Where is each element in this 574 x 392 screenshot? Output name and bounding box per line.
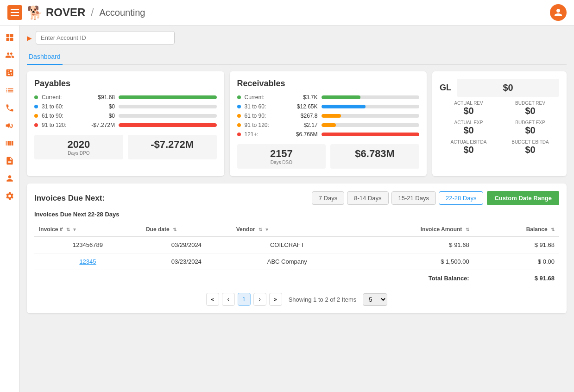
payables-91-bar <box>119 123 217 127</box>
tabs: Dashboard <box>27 49 567 65</box>
invoices-table: Invoice # ⇅ ▼ Due date ⇅ Vendor ⇅ ▼ In <box>34 222 559 286</box>
sidebar-item-barcode[interactable] <box>1 135 18 152</box>
payables-total-num: -$7.272M <box>151 139 194 151</box>
payables-31-dot <box>34 105 38 108</box>
row1-vendor: COILCRAFT <box>232 237 343 253</box>
payables-61-value: $0 <box>82 113 115 119</box>
next-page-button[interactable]: › <box>253 293 266 306</box>
payables-dpo-num: 2020 <box>67 139 90 151</box>
receivables-dso-num: 2157 <box>270 148 293 160</box>
prev-page-button[interactable]: ‹ <box>222 293 235 306</box>
payables-current-fill <box>119 95 217 99</box>
gl-budget-exp-label: BUDGET EXP <box>515 120 545 125</box>
filter-8-14-days[interactable]: 8-14 Days <box>347 191 388 205</box>
receivables-121-bar <box>322 133 420 136</box>
first-page-button[interactable]: « <box>206 293 219 306</box>
col-balance-sort-icon[interactable]: ⇅ <box>551 227 555 232</box>
gl-budget-rev-value: $0 <box>525 106 535 116</box>
row2-invoice[interactable]: 12345 <box>34 253 141 270</box>
col-vendor: Vendor ⇅ ▼ <box>232 222 343 237</box>
sidebar-item-settings[interactable] <box>1 188 18 204</box>
col-due-date-sort-icon[interactable]: ⇅ <box>173 227 177 232</box>
gl-actual-exp-value: $0 <box>463 125 473 136</box>
receivables-61-fill <box>322 114 341 118</box>
main-content: ▶ Dashboard Payables Current: $91.68 31 … <box>19 25 574 392</box>
payables-91-label: 91 to 120: <box>42 122 79 128</box>
sidebar-item-invoice[interactable] <box>1 152 18 169</box>
payables-current-value: $91.68 <box>82 94 115 101</box>
hamburger-button[interactable] <box>7 5 22 20</box>
row2-balance: $ 0.00 <box>474 253 559 270</box>
total-label: Total Balance: <box>34 270 474 287</box>
row2-amount: $ 1,500.00 <box>343 253 474 270</box>
col-invoice-filter-icon[interactable]: ▼ <box>72 227 77 232</box>
total-value: $ 91.68 <box>474 270 559 287</box>
custom-date-range-button[interactable]: Custom Date Range <box>487 191 559 205</box>
table-row: 123456789 03/29/2024 COILCRAFT $ 91.68 $… <box>34 237 559 253</box>
table-row: 12345 03/23/2024 ABC Company $ 1,500.00 … <box>34 253 559 270</box>
logo-subtitle: Accounting <box>99 7 145 18</box>
user-avatar[interactable] <box>550 4 567 21</box>
receivables-metric-current: Current: $3.7K <box>237 94 420 101</box>
col-due-date: Due date ⇅ <box>141 222 232 237</box>
gl-budget-rev: BUDGET REV $0 <box>501 101 559 116</box>
receivables-121-value: $6.766M <box>285 131 318 138</box>
sidebar-item-chart[interactable] <box>1 82 18 99</box>
payables-61-label: 61 to 90: <box>42 113 79 119</box>
filter-buttons: 7 Days 8-14 Days 15-21 Days 22-28 Days <box>312 191 484 205</box>
payables-61-dot <box>34 114 38 118</box>
sidebar-item-person[interactable] <box>1 170 18 187</box>
gl-actual-exp-label: ACTUAL EXP <box>454 120 483 125</box>
svg-rect-2 <box>6 38 9 41</box>
account-id-input[interactable] <box>36 31 175 44</box>
table-total-row: Total Balance: $ 91.68 <box>34 270 559 287</box>
sidebar-item-calculator[interactable] <box>1 64 18 81</box>
payables-dpo-box: 2020 Days DPO <box>34 135 123 159</box>
table-body: 123456789 03/29/2024 COILCRAFT $ 91.68 $… <box>34 237 559 287</box>
receivables-metric-31-60: 31 to 60: $12.65K <box>237 103 420 110</box>
col-vendor-label: Vendor <box>236 226 255 233</box>
col-balance-label: Balance <box>526 226 548 233</box>
receivables-current-fill <box>322 95 361 99</box>
receivables-current-bar <box>322 95 420 99</box>
receivables-61-dot <box>237 114 241 118</box>
row1-amount: $ 91.68 <box>343 237 474 253</box>
logo-separator: / <box>91 6 94 19</box>
account-arrow-icon[interactable]: ▶ <box>27 34 32 42</box>
gl-actual-rev-value: $0 <box>463 106 473 116</box>
gl-value-box: $0 <box>457 79 559 97</box>
payables-metric-current: Current: $91.68 <box>34 94 217 101</box>
invoices-section: Invoices Due Next: 7 Days 8-14 Days 15-2… <box>27 183 567 313</box>
per-page-select[interactable]: 5 10 25 50 <box>363 293 387 306</box>
filter-15-21-days[interactable]: 15-21 Days <box>391 191 436 205</box>
account-bar: ▶ <box>27 31 567 44</box>
receivables-card: Receivables Current: $3.7K 31 to 60: $12… <box>230 71 427 176</box>
sidebar-item-phone[interactable] <box>1 100 18 116</box>
receivables-91-label: 91 to 120: <box>245 122 282 128</box>
invoices-subtitle: Invoices Due Next 22-28 Days <box>34 211 559 218</box>
svg-rect-1 <box>10 34 13 38</box>
col-vendor-filter-icon[interactable]: ▼ <box>265 227 269 232</box>
col-invoice-amount-label: Invoice Amount <box>421 226 462 233</box>
page-1-button[interactable]: 1 <box>238 293 251 306</box>
svg-rect-3 <box>10 38 13 41</box>
last-page-button[interactable]: » <box>269 293 282 306</box>
payables-61-bar <box>119 114 217 118</box>
sidebar-item-dashboard[interactable] <box>1 29 18 46</box>
sidebar-item-handshake[interactable] <box>1 117 18 134</box>
receivables-metric-61-90: 61 to 90: $267.8 <box>237 113 420 119</box>
logo-dog-icon: 🐕 <box>27 5 43 20</box>
filter-7-days[interactable]: 7 Days <box>312 191 344 205</box>
col-invoice-amount-sort-icon[interactable]: ⇅ <box>466 227 469 232</box>
receivables-121-fill <box>322 133 420 136</box>
receivables-91-value: $2.17 <box>285 122 318 128</box>
col-vendor-sort-icon[interactable]: ⇅ <box>259 227 262 232</box>
payables-current-label: Current: <box>42 94 79 101</box>
tab-dashboard[interactable]: Dashboard <box>27 49 63 65</box>
gl-actual-ebitda: ACTUAL EBITDA $0 <box>440 139 498 155</box>
col-balance: Balance ⇅ <box>474 222 559 237</box>
header: 🐕 ROVER / Accounting <box>0 0 574 25</box>
sidebar-item-people[interactable] <box>1 47 18 63</box>
filter-22-28-days[interactable]: 22-28 Days <box>439 191 483 205</box>
col-invoice-sort-icon[interactable]: ⇅ <box>66 227 70 232</box>
